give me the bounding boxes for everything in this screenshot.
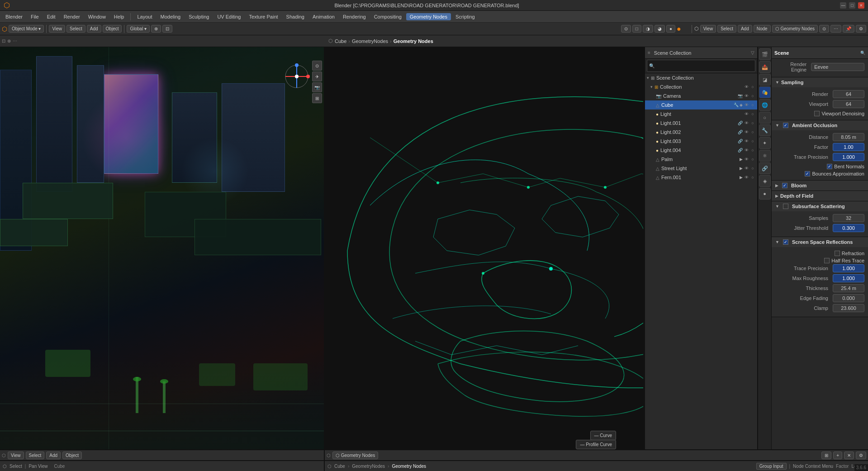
viewport-samples-value[interactable]: 64 <box>833 100 864 108</box>
object-btn-bottom[interactable]: Object <box>62 452 82 459</box>
select-menu[interactable]: Select <box>66 25 85 33</box>
close-button[interactable]: ✕ <box>858 2 864 9</box>
bloom-header[interactable]: ▶ ✓ Bloom <box>772 181 868 190</box>
workspace-rendering[interactable]: Rendering <box>339 13 370 20</box>
geonode-select[interactable]: Select <box>717 25 736 33</box>
geonode-copy-btn[interactable]: ⊞ <box>821 452 831 459</box>
sss-header[interactable]: ▼ Subsurface Scattering <box>772 201 868 211</box>
shading-solid[interactable]: ◑ <box>643 25 653 33</box>
outliner-camera[interactable]: 📷 Camera 📷 👁 ○ <box>645 91 757 100</box>
workspace-sculpting[interactable]: Sculpting <box>185 13 213 20</box>
restrict-icon[interactable]: ○ <box>750 85 755 89</box>
ao-enabled-checkbox[interactable]: ✓ <box>783 123 788 128</box>
denoising-checkbox[interactable] <box>814 111 820 116</box>
light001-eye-icon[interactable]: 👁 <box>744 121 749 125</box>
cam-icon-1[interactable]: 📷 <box>738 94 743 98</box>
props-output-icon[interactable]: 📤 <box>759 61 771 73</box>
outliner-light-004[interactable]: ● Light.004 🔗 👁 ○ <box>645 146 757 155</box>
view-menu[interactable]: View <box>49 25 65 33</box>
outliner-scene-collection[interactable]: ▾ ⊞ Scene Collection <box>645 73 757 82</box>
ssr-thickness-value[interactable]: 25.4 m <box>833 284 864 292</box>
outliner-search-container[interactable]: 🔍 <box>647 60 755 72</box>
zoom-to-fit[interactable]: ⊙ <box>312 61 322 71</box>
props-physics-icon[interactable]: ⚛ <box>759 150 771 162</box>
light003-restrict-icon[interactable]: ○ <box>750 139 755 143</box>
shading-wireframe[interactable]: □ <box>632 25 641 33</box>
cube-restrict-icon[interactable]: ○ <box>750 103 755 107</box>
light-eye-icon[interactable]: 👁 <box>744 112 749 116</box>
object-menu[interactable]: Object <box>103 25 122 33</box>
group-input-badge[interactable]: Group Input <box>756 463 787 470</box>
workspace-scripting[interactable]: Scripting <box>452 13 479 20</box>
props-constraints-icon[interactable]: 🔗 <box>759 162 771 174</box>
transform-type[interactable]: ⊕ <box>151 25 161 33</box>
menu-edit[interactable]: Edit <box>43 13 59 20</box>
workspace-modeling[interactable]: Modeling <box>157 13 184 20</box>
geonode-add[interactable]: Add <box>738 25 752 33</box>
props-view-layer-icon[interactable]: ◪ <box>759 74 771 86</box>
geonode-node[interactable]: Node <box>754 25 771 33</box>
light001-link-icon[interactable]: 🔗 <box>738 121 743 125</box>
fern-eye-icon[interactable]: 👁 <box>744 175 749 180</box>
geonode-settings[interactable]: ⚙ <box>856 25 866 33</box>
outliner-cube[interactable]: △ Cube 🔧 ◈ 👁 ○ <box>645 100 757 109</box>
shading-rendered[interactable]: ● <box>666 25 675 33</box>
outliner-filter-icon[interactable]: ▽ <box>751 50 754 55</box>
light-restrict-icon[interactable]: ○ <box>750 112 755 116</box>
props-particles-icon[interactable]: ✦ <box>759 137 771 149</box>
light004-restrict-icon[interactable]: ○ <box>750 148 755 152</box>
geonode-close-btn[interactable]: ✕ <box>844 452 854 459</box>
cube-eye-icon[interactable]: 👁 <box>744 103 749 107</box>
window-controls[interactable]: — □ ✕ <box>840 2 864 9</box>
palm-eye-icon[interactable]: 👁 <box>744 157 749 162</box>
object-mode-dropdown[interactable]: Object Mode ▾ <box>9 25 44 33</box>
workspace-texture-paint[interactable]: Texture Paint <box>245 13 281 20</box>
cam-eye-icon[interactable]: 👁 <box>744 94 749 98</box>
geonode-settings-btn[interactable]: ⚙ <box>856 452 866 459</box>
streetlight-eye-icon[interactable]: 👁 <box>744 166 749 171</box>
shading-material[interactable]: ◕ <box>655 25 665 33</box>
render-engine-dropdown[interactable]: Eevee <box>811 63 864 71</box>
bounces-checkbox[interactable]: ✓ <box>805 171 810 176</box>
breadcrumb-geometry-nodes[interactable]: Geometry Nodes <box>394 38 433 44</box>
breadcrumb-geonode-modifier[interactable]: GeometryNodes <box>352 38 388 44</box>
ssr-roughness-value[interactable]: 1.000 <box>833 274 864 282</box>
bent-normals-checkbox[interactable]: ✓ <box>827 164 832 169</box>
light004-eye-icon[interactable]: 👁 <box>744 148 749 152</box>
minimize-button[interactable]: — <box>840 2 846 9</box>
outliner-street-light[interactable]: △ Street Light ▶ 👁 ○ <box>645 164 757 173</box>
snap-toggle[interactable]: ⊡ <box>162 25 172 33</box>
props-object-icon[interactable]: ○ <box>759 112 771 124</box>
fly-mode[interactable]: ✈ <box>312 71 322 81</box>
outliner-light-002[interactable]: ● Light.002 🔗 👁 ○ <box>645 128 757 137</box>
props-data-icon[interactable]: ◈ <box>759 175 771 187</box>
ssr-enabled-checkbox[interactable]: ✓ <box>783 239 788 245</box>
visibility-icon[interactable]: 👁 <box>744 85 749 89</box>
menu-window[interactable]: Window <box>85 13 109 20</box>
ao-factor-value[interactable]: 1.00 <box>833 143 864 151</box>
geonode-bottom-mode[interactable]: ⬡ Geometry Nodes <box>332 452 378 459</box>
sss-enabled-checkbox[interactable] <box>783 204 788 209</box>
select-btn-bottom[interactable]: Select <box>26 452 45 459</box>
props-material-icon[interactable]: ● <box>759 188 771 200</box>
workspace-uv-editing[interactable]: UV Editing <box>213 13 244 20</box>
geonode-overlay-btn[interactable]: ⊙ <box>819 25 829 33</box>
view-btn-bottom[interactable]: View <box>8 452 24 459</box>
bloom-enabled-checkbox[interactable]: ✓ <box>782 183 787 188</box>
ssr-header[interactable]: ▼ ✓ Screen Space Reflections <box>772 237 868 247</box>
cube-modifier-icon[interactable]: 🔧 <box>734 103 739 107</box>
outliner-light-003[interactable]: ● Light.003 🔗 👁 ○ <box>645 137 757 146</box>
render-samples-value[interactable]: 64 <box>833 90 864 98</box>
camera-view[interactable]: 📷 <box>312 82 322 92</box>
workspace-shading[interactable]: Shading <box>283 13 308 20</box>
add-btn-bottom[interactable]: Add <box>46 452 61 459</box>
geonode-more[interactable]: ⋯ <box>830 25 841 33</box>
menu-help[interactable]: Help <box>110 13 128 20</box>
cube-data-icon[interactable]: ◈ <box>740 103 743 107</box>
menu-blender[interactable]: Blender <box>2 13 26 20</box>
refraction-checkbox[interactable] <box>835 251 840 256</box>
add-menu[interactable]: Add <box>87 25 101 33</box>
workspace-layout[interactable]: Layout <box>133 13 156 20</box>
light002-link-icon[interactable]: 🔗 <box>738 130 743 134</box>
outliner-light[interactable]: ● Light 👁 ○ <box>645 109 757 119</box>
